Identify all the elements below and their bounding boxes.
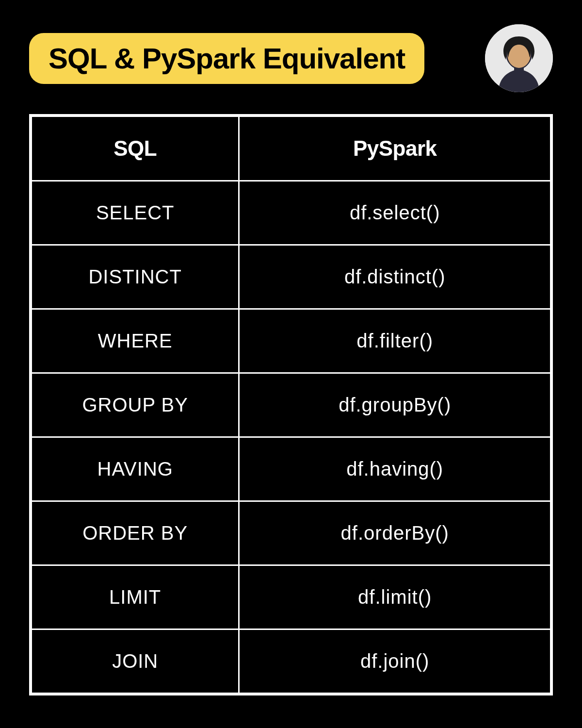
column-header-sql: SQL	[32, 116, 239, 181]
pyspark-cell: df.filter()	[239, 309, 551, 373]
sql-cell: ORDER BY	[32, 501, 239, 565]
table-row: GROUP BY df.groupBy()	[32, 373, 551, 437]
sql-cell: JOIN	[32, 629, 239, 694]
table-row: HAVING df.having()	[32, 437, 551, 501]
pyspark-cell: df.orderBy()	[239, 501, 551, 565]
sql-cell: DISTINCT	[32, 245, 239, 309]
sql-cell: SELECT	[32, 181, 239, 245]
sql-cell: HAVING	[32, 437, 239, 501]
avatar	[485, 24, 553, 92]
table-row: LIMIT df.limit()	[32, 565, 551, 629]
comparison-table: SQL PySpark SELECT df.select() DISTINCT …	[29, 114, 553, 695]
table-header-row: SQL PySpark	[32, 116, 551, 181]
header: SQL & PySpark Equivalent	[29, 24, 553, 92]
table-row: SELECT df.select()	[32, 181, 551, 245]
table: SQL PySpark SELECT df.select() DISTINCT …	[31, 116, 551, 694]
column-header-pyspark: PySpark	[239, 116, 551, 181]
person-silhouette-icon	[485, 24, 553, 92]
sql-cell: WHERE	[32, 309, 239, 373]
pyspark-cell: df.join()	[239, 629, 551, 694]
sql-cell: GROUP BY	[32, 373, 239, 437]
pyspark-cell: df.groupBy()	[239, 373, 551, 437]
table-row: JOIN df.join()	[32, 629, 551, 694]
pyspark-cell: df.limit()	[239, 565, 551, 629]
page-title: SQL & PySpark Equivalent	[29, 33, 424, 84]
table-row: DISTINCT df.distinct()	[32, 245, 551, 309]
pyspark-cell: df.select()	[239, 181, 551, 245]
pyspark-cell: df.distinct()	[239, 245, 551, 309]
pyspark-cell: df.having()	[239, 437, 551, 501]
table-row: ORDER BY df.orderBy()	[32, 501, 551, 565]
sql-cell: LIMIT	[32, 565, 239, 629]
table-row: WHERE df.filter()	[32, 309, 551, 373]
